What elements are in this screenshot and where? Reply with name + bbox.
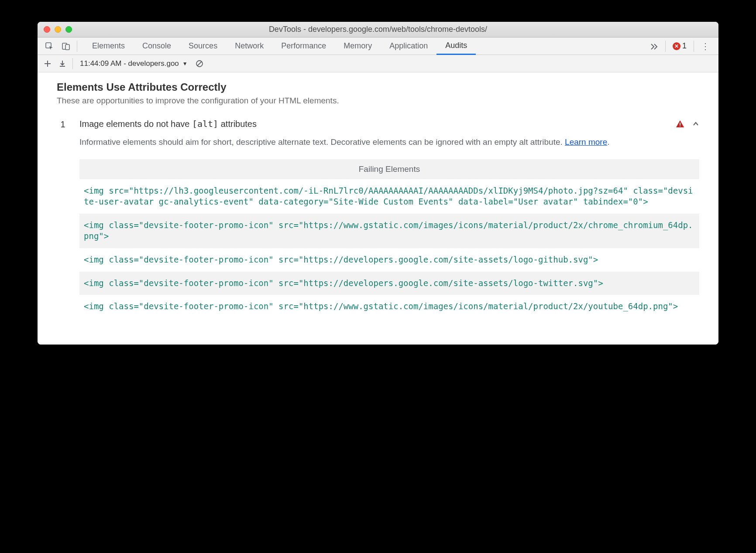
failing-elements-header: Failing Elements xyxy=(79,159,699,179)
failing-element[interactable]: <img class="devsite-footer-promo-icon" s… xyxy=(79,248,699,272)
svg-line-4 xyxy=(197,61,202,66)
svg-rect-6 xyxy=(680,126,680,126)
tab-console[interactable]: Console xyxy=(134,38,180,55)
failing-element[interactable]: <img class="devsite-footer-promo-icon" s… xyxy=(79,272,699,295)
overflow-tabs-icon[interactable] xyxy=(646,42,663,50)
new-audit-icon[interactable] xyxy=(40,56,55,71)
section-title: Elements Use Attributes Correctly xyxy=(57,81,699,93)
separator xyxy=(72,58,73,69)
minimize-window-button[interactable] xyxy=(55,26,61,33)
collapse-icon[interactable] xyxy=(692,120,699,127)
failing-element[interactable]: <img class="devsite-footer-promo-icon" s… xyxy=(79,214,699,248)
tab-performance[interactable]: Performance xyxy=(272,38,335,55)
dropdown-caret-icon: ▼ xyxy=(182,61,188,67)
section-subtitle: These are opportunities to improve the c… xyxy=(57,96,699,106)
close-window-button[interactable] xyxy=(44,26,50,33)
devtools-tabbar: Elements Console Sources Network Perform… xyxy=(38,38,718,55)
error-icon: ✕ xyxy=(673,42,680,50)
tab-application[interactable]: Application xyxy=(381,38,436,55)
clear-all-icon[interactable] xyxy=(192,56,207,71)
titlebar: DevTools - developers.google.com/web/too… xyxy=(38,22,718,38)
window-title: DevTools - developers.google.com/web/too… xyxy=(38,25,718,34)
failing-element[interactable]: <img class="devsite-footer-promo-icon" s… xyxy=(79,295,699,318)
audits-toolbar: 11:44:09 AM - developers.goo ▼ xyxy=(38,55,718,72)
tab-network[interactable]: Network xyxy=(226,38,272,55)
tab-elements[interactable]: Elements xyxy=(83,38,134,55)
report-selector-dropdown[interactable]: 11:44:09 AM - developers.goo ▼ xyxy=(76,59,192,68)
separator xyxy=(694,41,694,52)
audit-title: Image elements do not have [alt] attribu… xyxy=(79,119,257,129)
settings-menu-icon[interactable]: ⋮ xyxy=(697,41,714,51)
audit-description: Informative elements should aim for shor… xyxy=(79,136,699,149)
report-selector-label: 11:44:09 AM - developers.goo xyxy=(80,59,179,68)
svg-rect-5 xyxy=(680,123,680,125)
maximize-window-button[interactable] xyxy=(65,26,72,33)
svg-rect-2 xyxy=(65,44,69,50)
audit-header[interactable]: Image elements do not have [alt] attribu… xyxy=(79,119,699,129)
panel-tabs: Elements Console Sources Network Perform… xyxy=(83,38,476,55)
audit-item: 1 Image elements do not have [alt] attri… xyxy=(57,119,699,318)
inspect-element-icon[interactable] xyxy=(41,38,58,55)
failing-element[interactable]: <img src="https://lh3.googleusercontent.… xyxy=(79,179,699,214)
traffic-lights xyxy=(38,26,72,33)
tab-memory[interactable]: Memory xyxy=(335,38,381,55)
devtools-window: DevTools - developers.google.com/web/too… xyxy=(38,22,718,345)
tab-audits[interactable]: Audits xyxy=(436,38,476,55)
error-count: 1 xyxy=(682,41,687,51)
separator xyxy=(77,41,77,52)
download-report-icon[interactable] xyxy=(55,56,70,71)
tab-sources[interactable]: Sources xyxy=(180,38,226,55)
warning-icon xyxy=(676,120,684,128)
separator xyxy=(665,41,666,52)
device-toolbar-icon[interactable] xyxy=(58,38,74,55)
learn-more-link[interactable]: Learn more xyxy=(565,137,607,147)
audit-number: 1 xyxy=(57,119,69,130)
audit-content: Elements Use Attributes Correctly These … xyxy=(38,72,718,345)
error-count-badge[interactable]: ✕ 1 xyxy=(668,41,691,51)
